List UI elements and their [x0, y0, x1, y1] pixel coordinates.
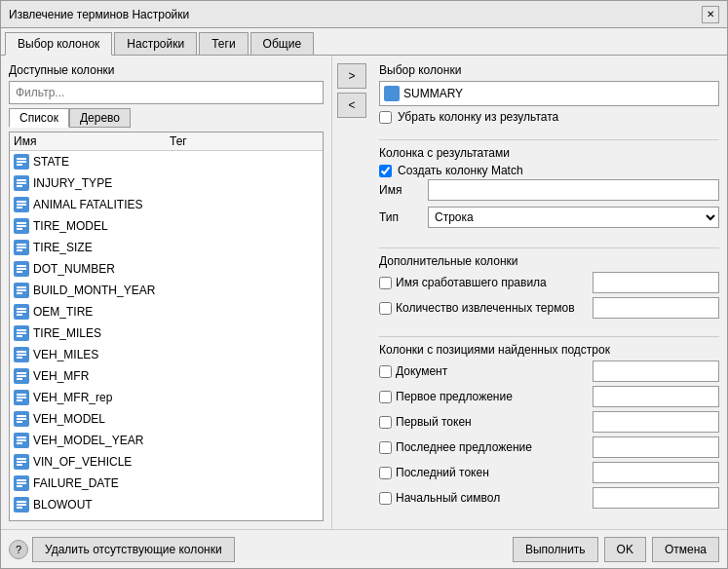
rule-name-input[interactable]: RuleName — [593, 272, 719, 293]
svg-rect-3 — [17, 179, 26, 181]
document-label: Документ — [396, 364, 447, 378]
last-token-label: Последний токен — [396, 466, 489, 479]
extracted-terms-input[interactable]: MatchNumber — [593, 297, 719, 319]
column-list-items: STATEINJURY_TYPEANIMAL FATALITIESTIRE_MO… — [10, 151, 323, 515]
svg-rect-2 — [17, 164, 22, 166]
column-name: VIN_OF_VEHICLE — [33, 455, 132, 469]
results-section-title: Колонка с результатами — [379, 146, 719, 160]
last-token-checkbox[interactable] — [379, 467, 392, 479]
execute-button[interactable]: Выполнить — [513, 537, 598, 562]
last-token-field-label: Последний токен — [379, 466, 593, 479]
svg-rect-10 — [17, 225, 26, 227]
svg-rect-48 — [17, 501, 26, 503]
first-token-label: Первый токен — [396, 415, 472, 429]
svg-rect-16 — [17, 268, 26, 270]
list-item[interactable]: FAILURE_DATE — [10, 473, 323, 494]
list-item[interactable]: VEH_MODEL_YEAR — [10, 430, 323, 451]
column-list-container: Имя Тег STATEINJURY_TYPEANIMAL FATALITIE… — [9, 132, 324, 521]
column-name: ANIMAL FATALITIES — [33, 198, 142, 211]
sub-tab-tree[interactable]: Дерево — [69, 108, 131, 128]
first-token-row: Первый токен StartToken — [379, 411, 719, 433]
document-checkbox[interactable] — [379, 365, 392, 378]
extracted-terms-checkbox[interactable] — [379, 302, 392, 315]
list-item[interactable]: BLOWOUT — [10, 494, 323, 515]
tab-general[interactable]: Общие — [250, 32, 314, 55]
column-icon — [14, 497, 29, 512]
additional-columns-section: Дополнительные колонки Имя сработавшего … — [379, 254, 719, 322]
column-icon — [14, 411, 29, 427]
document-field-label: Документ — [379, 364, 593, 378]
list-item[interactable]: TIRE_MILES — [10, 322, 323, 344]
tab-tags[interactable]: Теги — [199, 32, 248, 55]
last-sentence-input[interactable]: EndSentence — [593, 436, 719, 458]
first-token-checkbox[interactable] — [379, 416, 392, 429]
rule-name-checkbox[interactable] — [379, 277, 392, 289]
list-item[interactable]: TIRE_MODEL — [10, 215, 323, 237]
column-icon — [14, 175, 29, 191]
list-item[interactable]: VEH_MFR_rep — [10, 387, 323, 408]
list-item[interactable]: OEM_TIRE — [10, 301, 323, 322]
list-item[interactable]: VEH_MILES — [10, 344, 323, 365]
first-sentence-row: Первое предложение StartSentence — [379, 386, 719, 407]
last-token-row: Последний токен EndToken — [379, 462, 719, 483]
last-sentence-field-label: Последнее предложение — [379, 440, 593, 454]
tab-column-select[interactable]: Выбор колонок — [5, 32, 112, 56]
tab-settings[interactable]: Настройки — [114, 32, 197, 55]
sub-tab-list[interactable]: Список — [9, 108, 69, 128]
create-match-checkbox[interactable] — [379, 165, 392, 177]
first-sentence-checkbox[interactable] — [379, 391, 392, 403]
header-name: Имя — [14, 134, 170, 148]
arrow-right-button[interactable]: > — [337, 63, 366, 89]
svg-rect-18 — [17, 286, 26, 288]
list-item[interactable]: VEH_MODEL — [10, 408, 323, 430]
column-icon — [14, 154, 29, 170]
extracted-terms-field-label: Количество извлеченных термов — [379, 301, 593, 315]
svg-rect-15 — [17, 265, 26, 267]
column-icon — [14, 304, 29, 320]
list-item[interactable]: DOT_NUMBER — [10, 258, 323, 280]
filter-input[interactable] — [9, 81, 324, 104]
cancel-button[interactable]: Отмена — [652, 537, 719, 562]
last-token-input[interactable]: EndToken — [593, 462, 719, 483]
last-sentence-checkbox[interactable] — [379, 441, 392, 454]
list-item[interactable]: TIRE_SIZE — [10, 237, 323, 258]
column-name: BUILD_MONTH_YEAR — [33, 284, 155, 297]
svg-rect-45 — [17, 479, 26, 481]
svg-rect-35 — [17, 399, 22, 401]
document-input[interactable]: Document — [593, 360, 719, 382]
type-row: Тип Строка Число Дата — [379, 207, 719, 228]
name-input[interactable]: Match — [428, 179, 719, 201]
help-icon[interactable]: ? — [9, 540, 28, 559]
start-symbol-checkbox[interactable] — [379, 492, 392, 505]
first-token-input[interactable]: StartToken — [593, 411, 719, 433]
list-item[interactable]: VEH_MFR — [10, 365, 323, 387]
bottom-left: ? Удалить отсутствующие колонки — [9, 537, 235, 562]
document-row: Документ Document — [379, 360, 719, 382]
left-panel: Доступные колонки Список Дерево Имя Тег … — [1, 56, 332, 529]
ok-button[interactable]: OK — [604, 537, 646, 562]
delete-missing-button[interactable]: Удалить отсутствующие колонки — [32, 537, 235, 562]
column-name: INJURY_TYPE — [33, 176, 112, 190]
create-match-label: Создать колонку Match — [398, 164, 523, 177]
list-item[interactable]: ANIMAL FATALITIES — [10, 194, 323, 215]
close-button[interactable]: ✕ — [702, 6, 719, 23]
results-column-section: Колонка с результатами Создать колонку M… — [379, 146, 719, 234]
column-icon — [14, 475, 29, 491]
list-item[interactable]: BUILD_MONTH_YEAR — [10, 280, 323, 301]
start-symbol-input[interactable]: StartSymbol — [593, 487, 719, 509]
svg-rect-1 — [17, 161, 26, 163]
extracted-terms-row: Количество извлеченных термов MatchNumbe… — [379, 297, 719, 319]
list-item[interactable]: VIN_OF_VEHICLE — [10, 451, 323, 473]
svg-rect-37 — [17, 418, 26, 420]
first-sentence-input[interactable]: StartSentence — [593, 386, 719, 407]
extracted-terms-label: Количество извлеченных термов — [396, 301, 575, 315]
svg-rect-30 — [17, 372, 26, 374]
list-item[interactable]: INJURY_TYPE — [10, 172, 323, 194]
list-item[interactable]: STATE — [10, 151, 323, 172]
column-icon — [14, 347, 29, 362]
main-window: Извлечение терминов Настройки ✕ Выбор ко… — [0, 0, 728, 569]
tab-bar: Выбор колонок Настройки Теги Общие — [1, 28, 727, 56]
arrow-left-button[interactable]: < — [337, 93, 366, 118]
remove-column-checkbox[interactable] — [379, 111, 392, 124]
type-select[interactable]: Строка Число Дата — [428, 207, 719, 228]
